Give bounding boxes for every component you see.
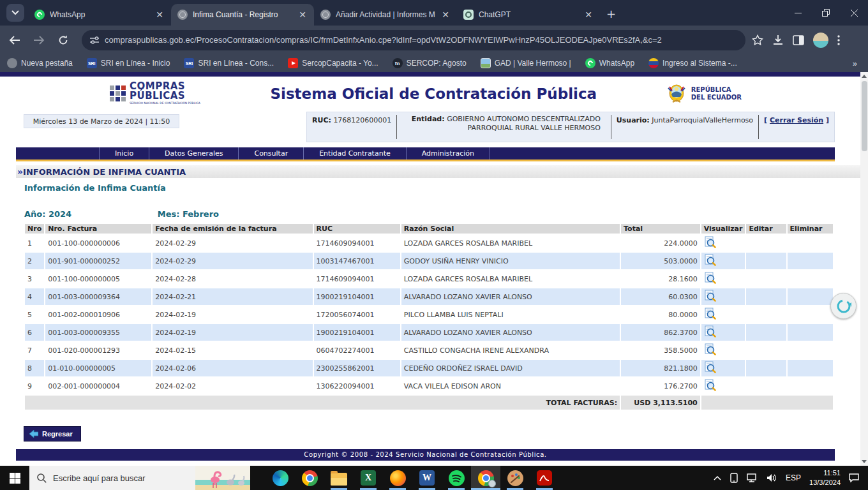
bookmark-star-icon[interactable] [752, 34, 763, 46]
bookmark-ingreso-sistema[interactable]: Ingreso al Sistema -... [641, 58, 744, 68]
taskbar-gimp[interactable] [500, 466, 530, 490]
profile-avatar[interactable] [813, 33, 828, 48]
restore-button[interactable] [812, 1, 840, 24]
visualizar-icon[interactable] [704, 343, 716, 355]
back-button[interactable] [5, 31, 24, 50]
tab-close-icon[interactable]: ✕ [154, 10, 165, 20]
visualizar-icon[interactable] [704, 361, 716, 373]
taskbar-word[interactable]: W [412, 466, 442, 490]
tab-close-icon[interactable]: ✕ [297, 10, 308, 20]
tab-whatsapp[interactable]: WhatsApp ✕ [28, 4, 171, 26]
cell-eliminar [788, 306, 833, 323]
republic-line1: REPÚBLICA [691, 86, 742, 94]
tab-close-icon[interactable]: ✕ [583, 10, 594, 20]
regresar-button[interactable]: Regresar [24, 426, 81, 442]
start-button[interactable] [0, 466, 29, 490]
visualizar-icon[interactable] [704, 236, 716, 248]
cell-razon-social: LOZADA GARCES ROSALBA MARIBEL [401, 235, 620, 251]
col-nro: Nro [25, 224, 44, 234]
taskbar-acrobat[interactable] [530, 466, 559, 490]
minimize-button[interactable] [784, 1, 812, 24]
taskbar-spotify[interactable] [442, 466, 471, 490]
new-tab-button[interactable]: + [606, 7, 616, 20]
taskbar-edge[interactable] [266, 466, 295, 490]
cell-razon-social: GODOY USIÑA HENRY VINICIO [401, 253, 620, 269]
menu-item-consultar[interactable]: Consultar [239, 147, 304, 160]
visualizar-icon[interactable] [704, 308, 716, 320]
bookmark-sri-inicio[interactable]: SRISRI en Línea - Inicio [80, 58, 177, 68]
table-row: 1 001-100-000000006 2024-02-29 171460909… [25, 235, 833, 251]
taskbar-search[interactable]: Escribe aquí para buscar [29, 466, 250, 490]
site-header: COMPRAS PÚBLICAS SERVICIO NACIONAL DE CO… [0, 77, 860, 110]
tab-search-button[interactable] [6, 4, 24, 22]
menu-item-datos-generales[interactable]: Datos Generales [149, 147, 239, 160]
taskbar-firefox[interactable] [383, 466, 412, 490]
cell-visualizar [701, 306, 745, 323]
bookmark-label: Nueva pestaña [21, 59, 73, 68]
table-row: 6 001-003-000009355 2024-02-19 190021910… [25, 324, 833, 341]
site-info-icon[interactable] [89, 36, 100, 45]
breadcrumb-symbol: » [17, 167, 23, 177]
bracket: [ [764, 116, 767, 124]
visualizar-icon[interactable] [704, 290, 716, 302]
visualizar-icon[interactable] [704, 272, 716, 284]
tab-close-icon[interactable]: ✕ [440, 10, 451, 20]
screen-capture-widget[interactable] [830, 293, 857, 319]
tab-chatgpt[interactable]: ChatGPT ✕ [457, 4, 600, 26]
language-indicator[interactable]: ESP [786, 473, 801, 482]
bookmark-sercopcapacita[interactable]: SercopCapacita - Yo... [281, 58, 385, 68]
bookmark-gad-valle-hermoso[interactable]: GAD | Valle Hermoso | [474, 58, 578, 68]
reload-button[interactable] [54, 31, 73, 50]
page-scrollbar[interactable] [860, 72, 868, 466]
volume-icon[interactable] [767, 473, 777, 482]
taskbar-chrome[interactable] [295, 466, 324, 490]
chrome-icon [302, 470, 318, 486]
logout-link[interactable]: Cerrar Sesión [770, 116, 823, 124]
tray-expand-icon[interactable] [714, 475, 721, 480]
clock[interactable]: 11:51 13/3/2024 [809, 468, 841, 487]
scroll-down-arrow[interactable] [860, 457, 868, 466]
visualizar-icon[interactable] [704, 379, 716, 391]
network-icon[interactable] [747, 473, 758, 482]
bookmark-whatsapp[interactable]: WhatsApp [578, 58, 641, 68]
cell-fecha-emision: 2024-02-19 [153, 324, 312, 341]
address-bar[interactable]: compraspublicas.gob.ec/ProcesoContrataci… [82, 30, 745, 50]
visualizar-icon[interactable] [704, 325, 716, 338]
taskbar-excel[interactable]: X [354, 466, 383, 490]
menu-item-administracion[interactable]: Administración [407, 147, 490, 160]
taskbar-file-explorer[interactable] [324, 466, 354, 490]
bookmark-nueva-pestana[interactable]: Nueva pestaña [0, 58, 80, 68]
notification-center-icon[interactable] [849, 473, 859, 482]
cell-nro: 3 [25, 271, 44, 287]
forward-button[interactable] [29, 31, 49, 50]
cell-razon-social: PILCO LLAMBA LUIS NEPTALI [401, 306, 620, 323]
cell-visualizar [701, 360, 745, 376]
scroll-up-arrow[interactable] [860, 72, 868, 80]
close-button[interactable] [840, 1, 868, 24]
tab-anadir-actividad[interactable]: Añadir Actividad | Informes Me ✕ [314, 4, 457, 26]
browser-menu-icon[interactable] [837, 35, 840, 45]
scrollbar-thumb[interactable] [862, 81, 867, 151]
taskbar-chrome-active[interactable] [471, 466, 500, 490]
bookmark-sri-consultas[interactable]: SRISRI en Línea - Cons... [177, 58, 281, 68]
cell-total: 80.0000 [621, 306, 700, 323]
bookmark-sercop-agosto[interactable]: fnSERCOP: Agosto [385, 58, 474, 68]
year-value: 2024 [49, 209, 71, 219]
edge-icon [273, 470, 288, 486]
tablet-icon[interactable] [730, 473, 738, 483]
bookmarks-overflow-button[interactable]: » [853, 59, 857, 68]
side-panel-icon[interactable] [793, 35, 804, 45]
menu-item-inicio[interactable]: Inicio [99, 147, 149, 160]
cell-visualizar [701, 378, 745, 394]
menu-item-entidad-contratante[interactable]: Entidad Contratante [304, 147, 407, 160]
cell-razon-social: LOZADA GARCES ROSALBA MARIBEL [401, 271, 620, 287]
downloads-icon[interactable] [772, 34, 784, 46]
visualizar-icon[interactable] [704, 254, 716, 266]
session-box: RUC: 1768120600001 Entidad: GOBIERNO AUT… [306, 112, 835, 142]
cell-fecha-emision: 2024-02-28 [153, 271, 312, 287]
session-info-bar: Miércoles 13 de Marzo de 2024 | 11:50 RU… [0, 110, 860, 147]
breadcrumb-text: INFORMACIÓN DE INFIMA CUANTIA [23, 167, 186, 177]
tab-infima-cuantia[interactable]: Infima Cuantía - Registro ✕ [171, 4, 314, 26]
cell-ruc: 1900219104001 [314, 324, 400, 341]
total-value: USD 3,113.5100 [621, 396, 700, 410]
